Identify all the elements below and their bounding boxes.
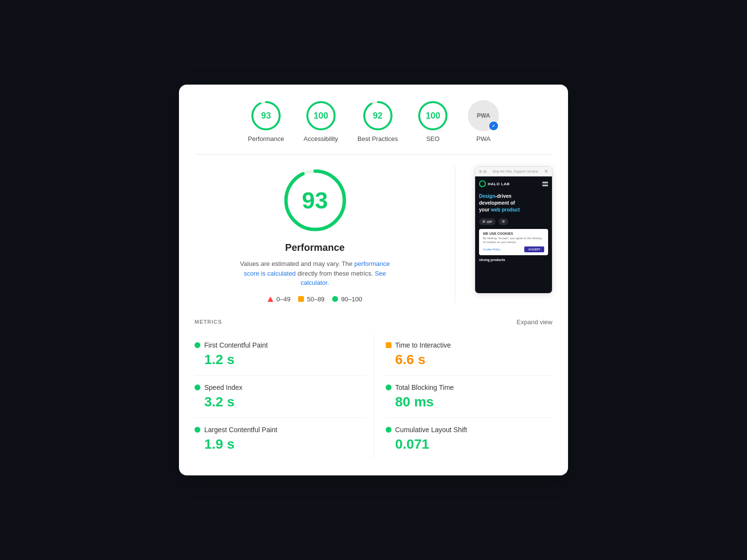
cookie-banner: WE USE COOKIES By clicking "Accept", you… <box>479 229 548 255</box>
metric-item-cls: Cumulative Layout Shift 0.071 <box>386 418 553 460</box>
score-label-seo: SEO <box>426 135 439 142</box>
browser-address: Stop the War. Support Ukraine <box>486 170 544 173</box>
scores-row: 93 Performance 100 Accessibility 9 <box>195 100 552 155</box>
metrics-col-left: First Contentful Paint 1.2 s Speed Index… <box>195 333 374 460</box>
metrics-col-right: Time to Interactive 6.6 s Total Blocking… <box>374 333 553 460</box>
legend-range-orange: 50–89 <box>307 296 324 303</box>
hamburger-line-2 <box>542 184 548 185</box>
score-circle-best-practices: 92 <box>362 100 393 131</box>
cls-status-dot <box>386 427 391 433</box>
site-headline: Design-drivendevelopment ofyour web prod… <box>479 193 548 213</box>
site-badge-2: ⚙ <box>498 218 508 225</box>
score-item-performance: 93 Performance <box>248 100 284 142</box>
score-circle-performance: 93 <box>250 100 282 131</box>
metric-name-row-cls: Cumulative Layout Shift <box>386 426 553 434</box>
score-value-accessibility: 100 <box>314 111 328 121</box>
metric-item-si: Speed Index 3.2 s <box>195 376 366 418</box>
browser-dots <box>479 170 486 173</box>
score-value-best-practices: 92 <box>373 111 383 121</box>
score-item-best-practices: 92 Best Practices <box>357 100 398 142</box>
tti-value: 6.6 s <box>386 352 553 368</box>
cls-value: 0.071 <box>386 437 553 452</box>
browser-dot-1 <box>479 170 482 173</box>
tbt-label: Total Blocking Time <box>395 384 454 391</box>
metric-name-row-fcp: First Contentful Paint <box>195 341 366 349</box>
lcp-label: Largest Contentful Paint <box>204 426 277 434</box>
right-section: Stop the War. Support Ukraine ✕ HALO LAB <box>475 166 552 294</box>
lcp-value: 1.9 s <box>195 437 366 452</box>
cookie-buttons: Cookie Policy ACCEPT <box>483 246 544 252</box>
orange-square-icon <box>298 296 304 302</box>
hamburger-line-1 <box>542 182 548 183</box>
metrics-grid: First Contentful Paint 1.2 s Speed Index… <box>195 333 552 460</box>
score-circle-seo: 100 <box>417 100 448 131</box>
main-content: 93 Performance Values are estimated and … <box>195 166 552 303</box>
metric-item-fcp: First Contentful Paint 1.2 s <box>195 333 366 376</box>
fcp-status-dot <box>195 342 200 348</box>
browser-bar: Stop the War. Support Ukraine ✕ <box>475 167 552 176</box>
score-item-seo: 100 SEO <box>417 100 448 142</box>
si-value: 3.2 s <box>195 394 366 410</box>
badge-label-1: WP <box>487 220 492 224</box>
metric-name-row-tbt: Total Blocking Time <box>386 384 553 391</box>
cookie-policy-link: Cookie Policy <box>483 248 500 251</box>
legend-range-red: 0–49 <box>276 296 290 303</box>
pwa-label-text: PWA <box>477 112 490 119</box>
big-score-value: 93 <box>302 187 328 214</box>
legend-item-green: 90–100 <box>332 296 362 303</box>
badge-icon-2: ⚙ <box>502 220 505 224</box>
fcp-value: 1.2 s <box>195 352 366 368</box>
hamburger-icon <box>542 182 548 186</box>
vertical-separator <box>455 166 455 303</box>
badge-icon-1: ⊞ <box>482 220 485 224</box>
legend-item-orange: 50–89 <box>298 296 324 303</box>
score-legend: 0–49 50–89 90–100 <box>267 296 362 303</box>
logo-text: HALO LAB <box>488 182 510 186</box>
big-score-circle: 93 <box>281 166 349 234</box>
hamburger-line-3 <box>542 185 548 186</box>
metric-name-row-si: Speed Index <box>195 384 366 391</box>
green-circle-icon <box>332 296 338 302</box>
cookie-accept-button: ACCEPT <box>524 246 544 252</box>
score-label-accessibility: Accessibility <box>303 135 338 142</box>
main-card: 93 Performance 100 Accessibility 9 <box>179 85 568 475</box>
tbt-status-dot <box>386 385 391 390</box>
site-screenshot: Stop the War. Support Ukraine ✕ HALO LAB <box>475 166 552 294</box>
score-value-performance: 93 <box>261 111 271 121</box>
si-label: Speed Index <box>204 384 243 391</box>
metric-item-lcp: Largest Contentful Paint 1.9 s <box>195 418 366 460</box>
cookie-banner-text: By clicking "Accept", you agree to the s… <box>483 237 544 245</box>
site-icons-row: ⊞ WP ⚙ <box>479 218 548 225</box>
expand-view-button[interactable]: Expand view <box>516 318 552 326</box>
score-circle-accessibility: 100 <box>305 100 337 131</box>
pwa-badge: ✓ <box>489 122 498 130</box>
score-label-pwa: PWA <box>477 135 491 142</box>
score-item-accessibility: 100 Accessibility <box>303 100 338 142</box>
cls-label: Cumulative Layout Shift <box>395 426 467 434</box>
fcp-label: First Contentful Paint <box>204 341 268 349</box>
pwa-circle: PWA ✓ <box>468 100 499 131</box>
metrics-header: METRICS Expand view <box>195 318 552 326</box>
site-header: HALO LAB <box>479 180 548 187</box>
legend-item-red: 0–49 <box>267 296 290 303</box>
tti-status-square <box>386 342 391 348</box>
metric-name-row-lcp: Largest Contentful Paint <box>195 426 366 434</box>
score-value-seo: 100 <box>426 111 440 121</box>
legend-range-green: 90–100 <box>341 296 362 303</box>
big-score-title: Performance <box>285 242 344 253</box>
lcp-status-dot <box>195 427 200 433</box>
site-badge-1: ⊞ WP <box>479 218 496 225</box>
left-section: 93 Performance Values are estimated and … <box>195 166 435 303</box>
cookie-banner-title: WE USE COOKIES <box>483 232 544 235</box>
metric-item-tti: Time to Interactive 6.6 s <box>386 333 553 376</box>
site-footer-text: strong products <box>479 258 548 262</box>
metric-name-row-tti: Time to Interactive <box>386 341 553 349</box>
browser-close-icon: ✕ <box>544 169 548 174</box>
score-description: Values are estimated and may vary. The p… <box>237 259 393 288</box>
si-status-dot <box>195 385 200 390</box>
metric-item-tbt: Total Blocking Time 80 ms <box>386 376 553 418</box>
screenshot-content: HALO LAB Design-drivendevelopment ofyour… <box>475 176 552 293</box>
site-logo: HALO LAB <box>479 180 510 187</box>
metrics-title: METRICS <box>195 319 222 325</box>
metrics-section: METRICS Expand view First Contentful Pai… <box>195 318 552 460</box>
